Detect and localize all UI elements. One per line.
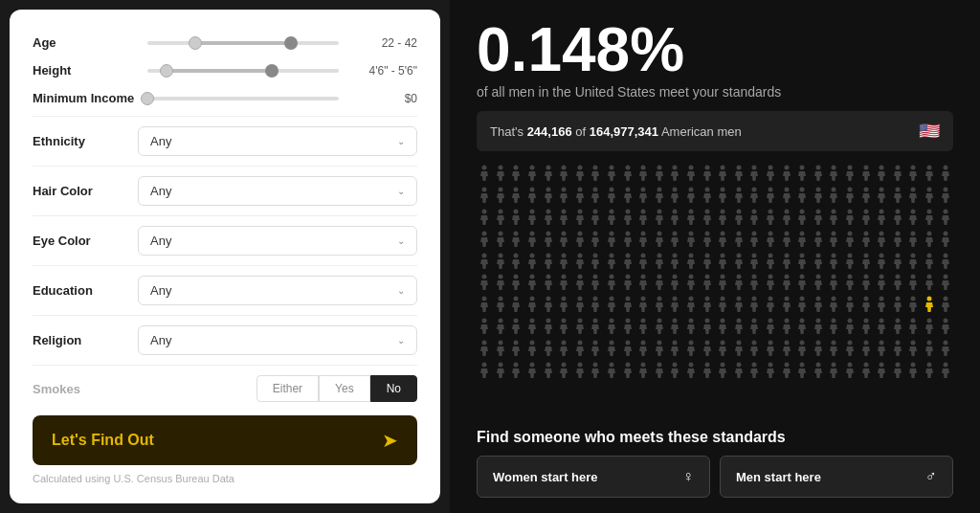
person-icon (746, 231, 763, 253)
svg-point-223 (689, 319, 694, 323)
svg-point-82 (832, 209, 836, 213)
person-icon (556, 274, 572, 296)
svg-point-279 (625, 363, 630, 368)
cta-button[interactable]: Let's Find Out ➤ (33, 415, 417, 465)
svg-point-176 (895, 275, 900, 279)
svg-point-225 (721, 319, 725, 323)
hair-color-select[interactable]: Any ⌄ (138, 176, 417, 206)
svg-point-97 (593, 231, 598, 235)
religion-select[interactable]: Any ⌄ (138, 325, 417, 355)
person-icon (667, 187, 683, 209)
person-icon (842, 296, 858, 318)
person-icon (667, 340, 683, 362)
svg-point-275 (562, 363, 567, 368)
svg-point-155 (562, 275, 567, 279)
svg-point-273 (530, 363, 535, 368)
svg-point-46 (736, 187, 741, 191)
person-icon (619, 296, 635, 318)
height-value: 4'6" - 5'6" (348, 64, 417, 78)
svg-point-161 (657, 275, 661, 279)
person-icon (763, 362, 779, 384)
svg-point-58 (927, 187, 932, 191)
smokes-row: Smokes Either Yes No (33, 369, 417, 408)
right-panel: 0.148% of all men in the United States m… (450, 0, 980, 513)
person-icon (874, 362, 890, 384)
svg-point-283 (689, 363, 694, 368)
women-start-button[interactable]: Women start here ♀ (477, 456, 710, 498)
ethnicity-select[interactable]: Any ⌄ (138, 126, 417, 156)
age-slider-track[interactable] (147, 41, 339, 45)
income-row: Minimum Income $0 (33, 84, 417, 112)
men-start-button[interactable]: Men start here ♂ (720, 456, 953, 498)
svg-point-229 (784, 319, 789, 323)
height-slider-track[interactable] (147, 69, 339, 73)
eye-color-value: Any (150, 234, 171, 248)
svg-point-261 (815, 341, 820, 346)
person-icon (905, 187, 922, 209)
person-icon (635, 209, 652, 231)
svg-point-144 (863, 253, 868, 257)
person-icon (715, 231, 731, 253)
person-icon (604, 209, 620, 231)
person-icon (842, 318, 858, 340)
svg-point-87 (911, 209, 916, 213)
svg-point-114 (863, 231, 868, 235)
svg-point-254 (704, 341, 709, 346)
person-icon (652, 362, 668, 384)
height-label: Height (33, 63, 138, 78)
svg-point-134 (704, 253, 709, 257)
income-slider-track[interactable] (147, 97, 339, 100)
svg-point-99 (625, 231, 630, 235)
person-icon (524, 165, 541, 187)
person-icon (540, 209, 556, 231)
svg-point-206 (895, 297, 900, 301)
person-icon (922, 296, 938, 318)
person-icon (604, 253, 620, 275)
person-icon (826, 340, 842, 362)
person-icon (922, 187, 938, 209)
person-icon (922, 253, 938, 275)
person-icon (667, 274, 683, 296)
svg-point-128 (610, 253, 614, 257)
person-icon (524, 274, 541, 296)
person-icon (635, 165, 652, 187)
eye-color-select[interactable]: Any ⌄ (138, 226, 417, 256)
svg-point-109 (784, 231, 789, 235)
education-select[interactable]: Any ⌄ (138, 276, 417, 305)
svg-point-20 (800, 166, 805, 170)
svg-point-173 (848, 275, 853, 279)
smokes-either-button[interactable]: Either (256, 375, 319, 402)
svg-point-259 (784, 341, 789, 346)
person-icon (572, 274, 589, 296)
person-icon (635, 296, 652, 318)
person-icon (778, 340, 794, 362)
svg-point-75 (721, 209, 725, 213)
svg-point-17 (752, 166, 757, 170)
svg-point-47 (752, 187, 757, 191)
svg-point-141 (815, 253, 820, 257)
person-icon (477, 187, 493, 209)
svg-point-5 (562, 166, 567, 170)
person-icon (556, 231, 572, 253)
svg-point-239 (943, 319, 947, 323)
income-label: Minimum Income (33, 91, 138, 105)
person-icon (746, 165, 763, 187)
svg-point-64 (546, 209, 550, 213)
person-icon (715, 165, 731, 187)
person-icon (905, 340, 922, 362)
person-icon (572, 296, 589, 318)
svg-point-142 (832, 253, 836, 257)
person-icon (905, 165, 922, 187)
person-icon (540, 340, 556, 362)
person-icon (890, 362, 906, 384)
person-icon (922, 231, 938, 253)
person-icon (572, 187, 589, 209)
smokes-no-button[interactable]: No (370, 375, 417, 402)
person-icon (619, 274, 635, 296)
person-icon (508, 318, 524, 340)
person-icon (731, 362, 747, 384)
person-icon (842, 340, 858, 362)
svg-point-210 (482, 319, 487, 323)
smokes-yes-button[interactable]: Yes (319, 375, 370, 402)
person-icon (540, 296, 556, 318)
